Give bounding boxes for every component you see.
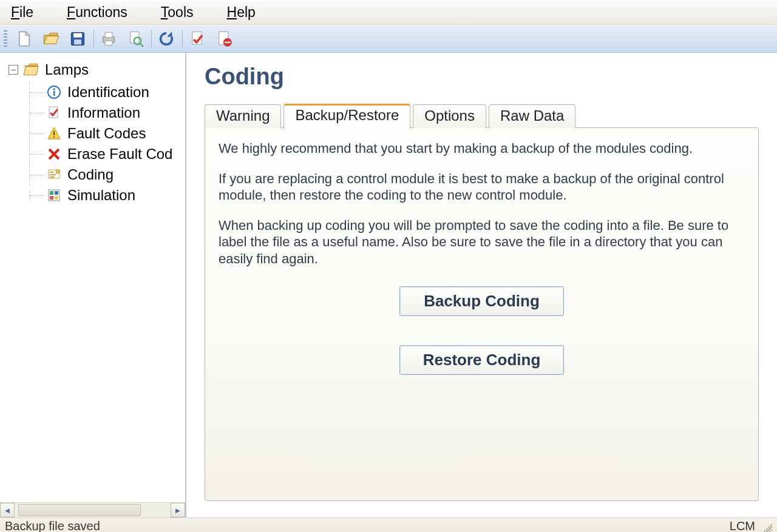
svg-rect-18 bbox=[53, 136, 55, 138]
restore-coding-button[interactable]: Restore Coding bbox=[399, 345, 564, 375]
menu-file[interactable]: File bbox=[11, 4, 33, 21]
print-preview-button[interactable] bbox=[124, 28, 146, 50]
tree-item-coding[interactable]: Coding bbox=[29, 164, 185, 185]
svg-rect-14 bbox=[53, 91, 55, 96]
coding-icon bbox=[47, 167, 61, 182]
open-folder-icon bbox=[42, 30, 59, 47]
tree-line-icon bbox=[29, 82, 47, 103]
toolbar-grip-icon bbox=[4, 30, 7, 47]
svg-point-15 bbox=[53, 88, 55, 90]
check-page-icon bbox=[47, 106, 61, 120]
svg-rect-1 bbox=[73, 33, 82, 38]
new-file-icon bbox=[16, 30, 33, 47]
tab-backup-restore[interactable]: Backup/Restore bbox=[283, 104, 410, 129]
tree-root-label: Lamps bbox=[45, 61, 89, 78]
tree-line-icon bbox=[29, 103, 47, 123]
tree-line-icon bbox=[29, 164, 47, 185]
svg-rect-4 bbox=[105, 33, 112, 38]
tab-warning[interactable]: Warning bbox=[205, 104, 281, 128]
new-file-button[interactable] bbox=[13, 28, 35, 50]
tab-options[interactable]: Options bbox=[413, 104, 486, 128]
tree-item-erase-fault-codes[interactable]: Erase Fault Cod bbox=[29, 144, 185, 164]
scroll-thumb[interactable] bbox=[18, 504, 141, 516]
backup-coding-button[interactable]: Backup Coding bbox=[399, 286, 564, 316]
tree-item-label: Simulation bbox=[67, 187, 135, 204]
svg-rect-17 bbox=[53, 131, 55, 135]
toolbar-separator-icon bbox=[182, 30, 183, 48]
content-panel: Coding Warning Backup/Restore Options Ra… bbox=[186, 53, 777, 517]
tree-item-information[interactable]: Information bbox=[29, 103, 185, 123]
open-folder-button[interactable] bbox=[40, 28, 62, 50]
toolbar-separator-icon bbox=[151, 30, 152, 48]
tab-strip: Warning Backup/Restore Options Raw Data bbox=[205, 103, 759, 128]
refresh-icon bbox=[158, 30, 175, 47]
tree-line-icon bbox=[29, 144, 47, 164]
tree-item-label: Identification bbox=[67, 84, 149, 101]
svg-line-8 bbox=[140, 44, 143, 47]
body-text: We highly recommend that you start by ma… bbox=[219, 140, 745, 267]
svg-rect-2 bbox=[74, 39, 81, 44]
tab-body: We highly recommend that you start by ma… bbox=[205, 127, 759, 501]
tree: − Lamps Identification bbox=[0, 53, 185, 502]
svg-rect-23 bbox=[55, 191, 58, 195]
tree-horizontal-scrollbar[interactable]: ◄ ► bbox=[0, 502, 185, 517]
main-area: − Lamps Identification bbox=[0, 53, 777, 517]
status-module: LCM bbox=[730, 519, 755, 532]
svg-rect-5 bbox=[105, 41, 112, 45]
simulation-icon bbox=[47, 188, 61, 203]
x-icon bbox=[47, 147, 61, 161]
resize-grip-icon bbox=[761, 521, 772, 532]
tree-item-label: Coding bbox=[67, 166, 114, 183]
scroll-left-button[interactable]: ◄ bbox=[0, 503, 15, 517]
status-bar: Backup file saved LCM bbox=[0, 517, 777, 532]
menu-bar: File Functions Tools Help bbox=[0, 0, 777, 25]
print-icon bbox=[100, 30, 117, 47]
tree-item-fault-codes[interactable]: Fault Codes bbox=[29, 123, 185, 144]
tree-panel: − Lamps Identification bbox=[0, 53, 186, 517]
folder-icon bbox=[23, 63, 39, 76]
paragraph: We highly recommend that you start by ma… bbox=[219, 140, 745, 157]
tree-children: Identification Information bbox=[29, 82, 185, 206]
collapse-icon[interactable]: − bbox=[8, 65, 18, 75]
svg-rect-22 bbox=[50, 191, 53, 195]
tree-item-identification[interactable]: Identification bbox=[29, 82, 185, 103]
svg-point-20 bbox=[56, 170, 59, 173]
toolbar-separator-icon bbox=[93, 30, 94, 48]
delete-page-icon bbox=[215, 30, 232, 47]
tree-item-label: Information bbox=[67, 104, 140, 121]
svg-rect-25 bbox=[55, 196, 58, 200]
warning-icon bbox=[47, 126, 61, 141]
delete-page-button[interactable] bbox=[213, 28, 235, 50]
tree-item-label: Fault Codes bbox=[67, 125, 146, 142]
status-message: Backup file saved bbox=[5, 519, 730, 532]
paragraph: When backing up coding you will be promp… bbox=[219, 217, 745, 268]
save-icon bbox=[69, 30, 86, 47]
paragraph: If you are replacing a control module it… bbox=[219, 170, 745, 204]
toolbar bbox=[0, 25, 777, 53]
tree-item-label: Erase Fault Cod bbox=[67, 146, 172, 163]
tab-raw-data[interactable]: Raw Data bbox=[489, 104, 575, 128]
menu-tools[interactable]: Tools bbox=[161, 4, 194, 21]
print-preview-icon bbox=[127, 30, 144, 47]
button-stack: Backup Coding Restore Coding bbox=[219, 286, 745, 375]
menu-help[interactable]: Help bbox=[227, 4, 256, 21]
tree-item-simulation[interactable]: Simulation bbox=[29, 185, 185, 206]
check-page-icon bbox=[189, 30, 206, 47]
tree-root-lamps[interactable]: − Lamps bbox=[8, 61, 185, 78]
refresh-button[interactable] bbox=[155, 28, 177, 50]
scroll-track[interactable] bbox=[15, 503, 171, 517]
svg-rect-24 bbox=[50, 196, 53, 200]
check-page-button[interactable] bbox=[186, 28, 208, 50]
svg-rect-12 bbox=[225, 42, 230, 43]
save-button[interactable] bbox=[67, 28, 89, 50]
info-icon bbox=[47, 85, 61, 99]
scroll-right-button[interactable]: ► bbox=[171, 503, 185, 517]
menu-functions[interactable]: Functions bbox=[67, 4, 127, 21]
tree-line-icon bbox=[29, 190, 47, 201]
tree-line-icon bbox=[29, 123, 47, 144]
print-button[interactable] bbox=[98, 28, 120, 50]
page-title: Coding bbox=[205, 64, 759, 90]
